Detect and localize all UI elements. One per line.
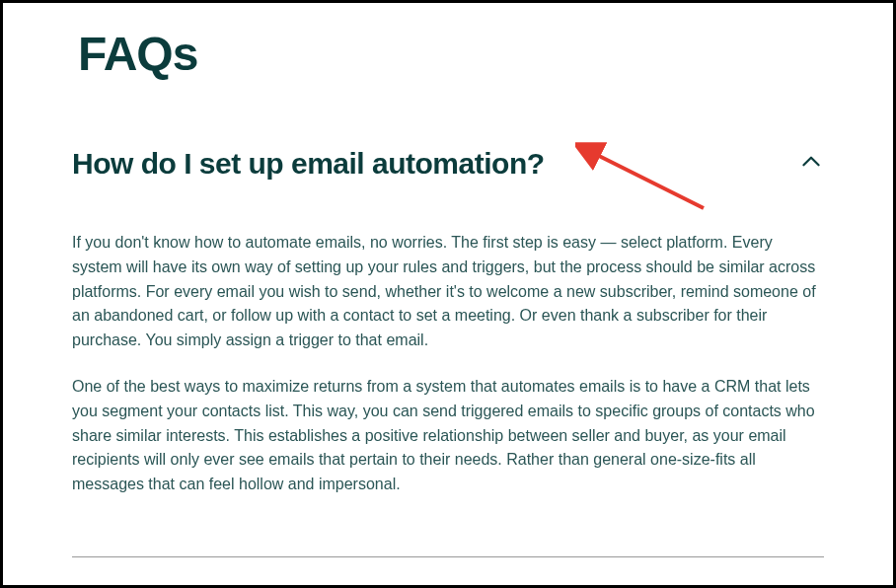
faq-toggle-setup[interactable]: How do I set up email automation? — [72, 136, 824, 201]
faq-question: How do I set up email automation? — [72, 146, 545, 182]
chevron-up-icon — [798, 149, 824, 179]
faq-item-setup: How do I set up email automation? If you… — [72, 136, 824, 549]
divider — [72, 556, 824, 557]
faq-paragraph: If you don't know how to automate emails… — [72, 231, 824, 353]
page-title: FAQs — [78, 27, 824, 81]
faq-toggle-flow[interactable]: What is email automation flow? — [72, 581, 824, 588]
faq-item-flow: What is email automation flow? — [72, 581, 824, 588]
faq-paragraph: One of the best ways to maximize returns… — [72, 375, 824, 497]
faq-answer: If you don't know how to automate emails… — [72, 201, 824, 497]
faq-section: FAQs How do I set up email automation? I… — [0, 0, 896, 588]
